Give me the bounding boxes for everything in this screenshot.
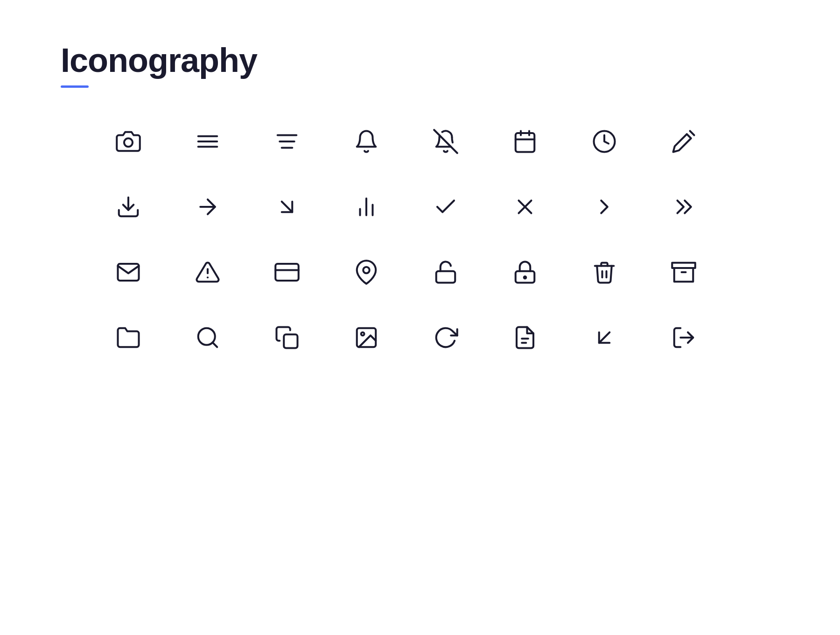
lock-open-icon bbox=[420, 247, 471, 298]
lock-closed-icon bbox=[499, 247, 551, 298]
svg-point-0 bbox=[124, 138, 133, 147]
download-icon bbox=[103, 181, 154, 233]
refresh-icon bbox=[420, 312, 471, 363]
svg-rect-34 bbox=[284, 334, 297, 348]
menu-icon bbox=[182, 116, 233, 167]
svg-rect-24 bbox=[275, 264, 299, 281]
mail-icon bbox=[103, 247, 154, 298]
filter-icon bbox=[261, 116, 313, 167]
svg-line-16 bbox=[282, 202, 293, 212]
page-title: Iconography bbox=[61, 42, 779, 79]
logout-icon bbox=[658, 312, 709, 363]
svg-rect-27 bbox=[436, 271, 455, 283]
arrow-down-left-icon bbox=[579, 312, 630, 363]
title-underline bbox=[61, 85, 89, 88]
location-icon bbox=[341, 247, 392, 298]
svg-rect-30 bbox=[672, 263, 695, 268]
close-icon bbox=[499, 181, 551, 233]
page: Iconography bbox=[0, 0, 840, 405]
svg-point-36 bbox=[361, 332, 364, 336]
search-icon bbox=[182, 312, 233, 363]
svg-point-29 bbox=[524, 276, 526, 279]
calendar-icon bbox=[499, 116, 551, 167]
image-icon bbox=[341, 312, 392, 363]
bell-icon bbox=[341, 116, 392, 167]
bell-off-icon bbox=[420, 116, 471, 167]
svg-point-26 bbox=[363, 267, 370, 274]
warning-icon bbox=[182, 247, 233, 298]
arrow-diagonal-icon bbox=[261, 181, 313, 233]
copy-icon bbox=[261, 312, 313, 363]
camera-icon bbox=[103, 116, 154, 167]
icon-grid bbox=[103, 116, 779, 363]
edit-icon bbox=[658, 116, 709, 167]
trash-icon bbox=[579, 247, 630, 298]
chart-icon bbox=[341, 181, 392, 233]
archive-icon bbox=[658, 247, 709, 298]
svg-rect-8 bbox=[516, 133, 535, 152]
arrow-right-icon bbox=[182, 181, 233, 233]
folder-icon bbox=[103, 312, 154, 363]
svg-line-39 bbox=[599, 332, 610, 343]
check-icon bbox=[420, 181, 471, 233]
svg-line-7 bbox=[434, 130, 457, 153]
svg-line-13 bbox=[690, 131, 694, 135]
clock-icon bbox=[579, 116, 630, 167]
document-icon bbox=[499, 312, 551, 363]
chevron-double-right-icon bbox=[658, 181, 709, 233]
chevron-right-icon bbox=[579, 181, 630, 233]
card-icon bbox=[261, 247, 313, 298]
svg-line-33 bbox=[212, 343, 217, 347]
